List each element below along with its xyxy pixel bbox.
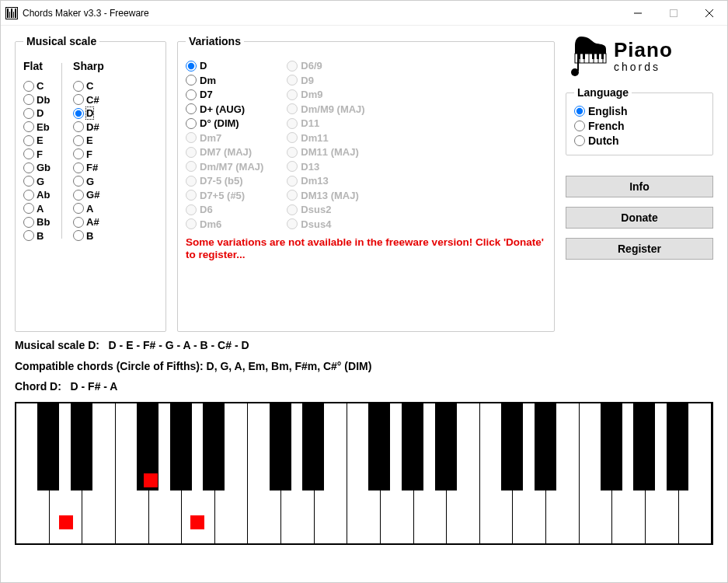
piano-keyboard[interactable]: [15, 402, 713, 545]
black-key[interactable]: [402, 403, 423, 490]
chord-info-value: D - F# - A: [71, 380, 118, 393]
black-key[interactable]: [601, 403, 622, 490]
variations-group: Variations DDmD7D+ (AUG)D° (DIM)Dm7DM7 (…: [177, 35, 555, 332]
scale-radio-flat-C[interactable]: C: [23, 80, 51, 92]
top-row: Musical scale Flat CDbDEbEFGbGAbABbB Sha…: [15, 35, 713, 332]
variation-radio[interactable]: D: [186, 60, 263, 72]
scale-radio-flat-B[interactable]: B: [23, 230, 51, 242]
compat-info-value: D, G, A, Em, Bm, F#m, C#° (DIM): [207, 360, 372, 372]
variations-col2: D6/9D9Dm9Dm/M9 (MAJ)D11Dm11DM11 (MAJ)D13…: [287, 60, 364, 230]
svg-rect-15: [601, 54, 604, 59]
black-key[interactable]: [501, 403, 523, 490]
language-radio-french[interactable]: French: [574, 120, 705, 132]
freeware-note: Some variations are not available in the…: [186, 236, 546, 263]
logo-text: Piano chords: [614, 40, 673, 72]
variation-radio: D11: [287, 117, 364, 129]
info-lines: Musical scale D: D - E - F# - G - A - B …: [15, 335, 713, 397]
black-key[interactable]: [37, 403, 59, 490]
scale-radio-sharp-B[interactable]: B: [73, 230, 104, 242]
scale-radio-sharp-G[interactable]: G: [73, 176, 104, 187]
window-title: Chords Maker v3.3 - Freeware: [23, 8, 149, 19]
scale-radio-flat-E[interactable]: E: [23, 134, 51, 146]
info-button[interactable]: Info: [566, 176, 713, 197]
maximize-icon: [670, 9, 677, 17]
svg-rect-13: [592, 54, 594, 59]
scale-radio-sharp-C[interactable]: C: [73, 80, 104, 92]
language-legend: Language: [574, 86, 632, 99]
scale-radio-flat-G[interactable]: G: [23, 176, 51, 187]
register-button[interactable]: Register: [566, 238, 713, 260]
compat-info-line: Compatible chords (Circle of Fifths): D,…: [15, 356, 713, 377]
note-marker: [144, 473, 158, 487]
chord-info-label: Chord D:: [15, 376, 61, 397]
variation-radio[interactable]: Dm: [186, 75, 263, 86]
variation-radio: D13: [287, 161, 364, 173]
black-key[interactable]: [368, 403, 390, 490]
svg-rect-17: [577, 52, 579, 71]
black-key[interactable]: [302, 403, 324, 490]
scale-radio-sharp-D[interactable]: D: [73, 107, 104, 119]
variation-radio: Dsus2: [287, 204, 364, 215]
black-key[interactable]: [170, 403, 192, 490]
logo-line1: Piano: [614, 40, 673, 60]
variation-radio: D9: [287, 75, 364, 86]
scale-radio-flat-Bflat[interactable]: Bb: [23, 216, 51, 228]
black-key[interactable]: [270, 403, 291, 490]
donate-button[interactable]: Donate: [566, 207, 713, 229]
scale-radio-flat-F[interactable]: F: [23, 148, 51, 160]
black-key[interactable]: [203, 403, 225, 490]
variation-radio: D7+5 (#5): [186, 190, 263, 201]
scale-radio-sharp-Gsharp[interactable]: G#: [73, 189, 104, 201]
scale-radio-sharp-Dsharp[interactable]: D#: [73, 121, 104, 133]
variation-radio: Dm7: [186, 132, 263, 144]
scale-radio-flat-D[interactable]: D: [23, 107, 51, 119]
musical-scale-group: Musical scale Flat CDbDEbEFGbGAbABbB Sha…: [15, 35, 166, 332]
flat-header: Flat: [23, 60, 51, 72]
black-key[interactable]: [71, 403, 92, 490]
musical-scale-legend: Musical scale: [23, 35, 99, 47]
note-marker: [190, 515, 204, 529]
scale-info-value: D - E - F# - G - A - B - C# - D: [109, 339, 249, 351]
variation-radio: Dm/M7 (MAJ): [186, 161, 263, 173]
scale-radio-sharp-E[interactable]: E: [73, 134, 104, 146]
variations-col1: DDmD7D+ (AUG)D° (DIM)Dm7DM7 (MAJ)Dm/M7 (…: [186, 60, 263, 230]
svg-rect-1: [671, 9, 677, 16]
scale-radio-sharp-Fsharp[interactable]: F#: [73, 162, 104, 173]
variation-radio[interactable]: D7: [186, 89, 263, 100]
close-icon: [705, 9, 713, 17]
minimize-icon: [634, 9, 642, 17]
black-key[interactable]: [535, 403, 556, 490]
svg-rect-14: [597, 54, 599, 59]
app-icon: [5, 7, 18, 19]
scale-radio-flat-Gflat[interactable]: Gb: [23, 162, 51, 173]
titlebar: Chords Maker v3.3 - Freeware: [1, 1, 727, 26]
scale-radio-flat-Dflat[interactable]: Db: [23, 94, 51, 106]
close-button[interactable]: [691, 1, 727, 26]
language-radio-english[interactable]: English: [574, 105, 705, 117]
black-key[interactable]: [667, 403, 688, 490]
variation-radio: DM7 (MAJ): [186, 146, 263, 158]
logo-line2: chords: [614, 61, 673, 72]
scale-radio-flat-A[interactable]: A: [23, 203, 51, 215]
scale-radio-flat-Eflat[interactable]: Eb: [23, 121, 51, 133]
black-key[interactable]: [435, 403, 457, 490]
scale-radio-flat-Aflat[interactable]: Ab: [23, 189, 51, 201]
variation-radio[interactable]: D° (DIM): [186, 117, 263, 129]
flat-column: Flat CDbDEbEFGbGAbABbB: [23, 60, 51, 242]
black-key[interactable]: [633, 403, 655, 490]
variation-radio[interactable]: D+ (AUG): [186, 103, 263, 115]
window-controls: [620, 1, 727, 26]
scale-radio-sharp-F[interactable]: F: [73, 148, 104, 160]
scale-radio-sharp-Asharp[interactable]: A#: [73, 216, 104, 228]
language-group: Language EnglishFrenchDutch: [566, 86, 713, 155]
scale-info-label: Musical scale D:: [15, 335, 99, 356]
scale-radio-sharp-Csharp[interactable]: C#: [73, 94, 104, 106]
svg-rect-12: [583, 54, 585, 59]
content-area: Musical scale Flat CDbDEbEFGbGAbABbB Sha…: [1, 26, 727, 582]
minimize-button[interactable]: [620, 1, 656, 26]
variation-radio: Dm11: [287, 132, 364, 144]
language-radio-dutch[interactable]: Dutch: [574, 134, 705, 147]
scale-radio-sharp-A[interactable]: A: [73, 203, 104, 215]
compat-info-label: Compatible chords (Circle of Fifths):: [15, 356, 204, 377]
variation-radio: D6/9: [287, 60, 364, 72]
